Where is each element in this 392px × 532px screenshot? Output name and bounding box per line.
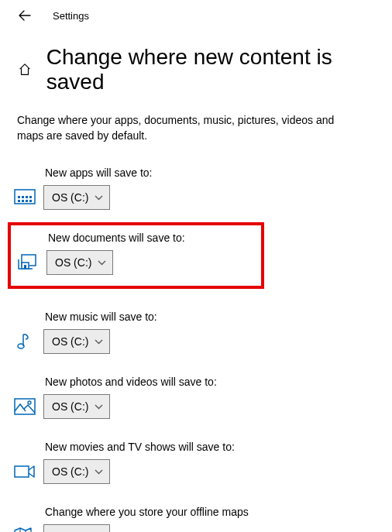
section-documents: New documents will save to: OS (C:) [0, 222, 392, 289]
maps-icon [14, 526, 36, 532]
label-maps: Change where you store your offline maps [45, 506, 392, 518]
app-title: Settings [53, 10, 89, 22]
dropdown-movies[interactable]: OS (C:) [43, 459, 110, 484]
documents-icon [17, 252, 39, 273]
svg-rect-2 [22, 200, 24, 202]
dropdown-documents[interactable]: OS (C:) [46, 250, 113, 275]
dropdown-value-photos: OS (C:) [52, 400, 88, 413]
home-icon[interactable] [17, 62, 33, 77]
chevron-down-icon [95, 404, 103, 410]
dropdown-music[interactable]: OS (C:) [43, 329, 110, 354]
dropdown-value-documents: OS (C:) [55, 256, 91, 269]
highlight-box: New documents will save to: OS (C:) [8, 222, 264, 289]
dropdown-value-music: OS (C:) [52, 335, 88, 348]
label-documents: New documents will save to: [48, 232, 185, 244]
back-arrow-icon[interactable] [19, 9, 31, 22]
svg-rect-3 [26, 200, 28, 202]
photos-icon [14, 396, 36, 417]
movies-icon [14, 461, 36, 482]
svg-rect-15 [15, 466, 29, 477]
label-photos: New photos and videos will save to: [45, 376, 392, 388]
svg-point-14 [28, 401, 31, 404]
page-description: Change where your apps, documents, music… [0, 94, 356, 145]
section-maps: Change where you store your offline maps… [0, 506, 392, 532]
section-movies: New movies and TV shows will save to: OS… [0, 441, 392, 484]
section-photos: New photos and videos will save to: OS (… [0, 376, 392, 419]
dropdown-maps[interactable]: OS (C:) [43, 524, 110, 532]
svg-rect-7 [26, 196, 28, 198]
dropdown-value-apps: OS (C:) [52, 191, 88, 204]
chevron-down-icon [95, 339, 103, 345]
svg-rect-6 [22, 196, 24, 198]
dropdown-value-movies: OS (C:) [52, 465, 88, 478]
section-music: New music will save to: OS (C:) [0, 311, 392, 354]
topbar: Settings [0, 0, 392, 31]
svg-rect-0 [15, 190, 35, 204]
section-apps: New apps will save to: OS (C:) [0, 166, 392, 210]
dropdown-apps[interactable]: OS (C:) [43, 185, 110, 210]
label-music: New music will save to: [45, 311, 392, 323]
label-movies: New movies and TV shows will save to: [45, 441, 392, 453]
svg-rect-5 [18, 196, 20, 198]
svg-rect-1 [18, 200, 20, 202]
heading-row: Change where new content is saved [0, 45, 392, 94]
label-apps: New apps will save to: [45, 166, 392, 179]
chevron-down-icon [95, 469, 103, 475]
apps-icon [14, 187, 36, 208]
music-icon [14, 331, 36, 352]
page-title: Change where new content is saved [46, 45, 392, 94]
svg-rect-11 [24, 265, 26, 269]
chevron-down-icon [98, 260, 106, 266]
svg-rect-4 [29, 200, 32, 202]
svg-rect-8 [29, 196, 32, 198]
dropdown-photos[interactable]: OS (C:) [43, 394, 110, 419]
chevron-down-icon [95, 195, 103, 201]
